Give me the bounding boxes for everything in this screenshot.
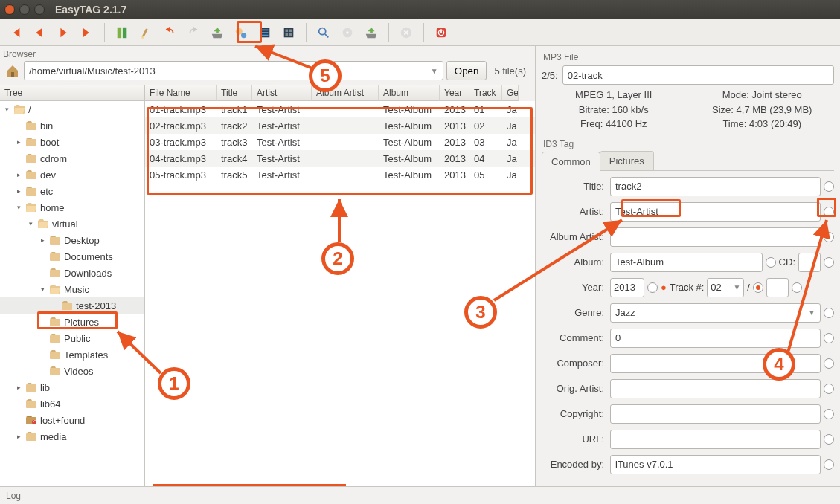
- column-header[interactable]: Artist: [252, 85, 312, 101]
- stop-button[interactable]: [397, 23, 416, 42]
- tree-expander-icon[interactable]: ▾: [27, 220, 34, 227]
- tree-row[interactable]: ▸boot: [0, 134, 144, 150]
- year-apply-all[interactable]: [647, 282, 658, 293]
- last-button[interactable]: [77, 23, 97, 42]
- artist-input[interactable]: Test-Artist: [610, 202, 821, 222]
- album-artist-apply-all[interactable]: [824, 232, 834, 242]
- redo-button[interactable]: [184, 23, 203, 42]
- column-header[interactable]: Album: [379, 85, 440, 101]
- path-dropdown-icon[interactable]: ▼: [431, 67, 438, 75]
- tree-row[interactable]: ▸lib: [0, 379, 144, 395]
- table-row[interactable]: 04-track.mp3track4Test-ArtistTest-Album2…: [145, 150, 535, 167]
- tree-row[interactable]: ▾virtual: [0, 216, 144, 232]
- tree-expander-icon[interactable]: ▸: [39, 236, 46, 244]
- orig-artist-apply-all[interactable]: [824, 384, 834, 394]
- tree-row[interactable]: Pictures: [0, 314, 144, 330]
- url-input[interactable]: [610, 430, 821, 449]
- album-input[interactable]: Test-Album: [610, 253, 763, 272]
- cddb-button[interactable]: [231, 23, 251, 42]
- tree-expander-icon[interactable]: ▾: [39, 285, 46, 293]
- tree-expander-icon[interactable]: ▸: [15, 187, 22, 195]
- tree-row[interactable]: ▸media: [0, 428, 144, 445]
- album-artist-input[interactable]: [610, 227, 821, 247]
- tree-expander-icon[interactable]: ▾: [15, 204, 22, 211]
- tree-expander-icon[interactable]: ▸: [15, 138, 22, 146]
- file-list-body[interactable]: 01-track.mp3track1Test-ArtistTest-Album2…: [145, 101, 535, 486]
- tree-row[interactable]: Videos: [0, 363, 144, 379]
- window-close-button[interactable]: [4, 4, 15, 15]
- comment-input[interactable]: 0: [610, 329, 821, 348]
- title-input[interactable]: track2: [610, 177, 821, 196]
- title-apply-all[interactable]: [824, 181, 834, 192]
- tree-header[interactable]: Tree: [0, 85, 144, 101]
- cd-apply-all[interactable]: [824, 257, 834, 268]
- tree-expander-icon[interactable]: ▾: [3, 106, 10, 113]
- quit-button[interactable]: [432, 23, 451, 42]
- tab-pictures[interactable]: Pictures: [600, 151, 654, 170]
- tree-row[interactable]: ▸Desktop: [0, 232, 144, 248]
- url-apply-all[interactable]: [824, 434, 834, 445]
- tree-body[interactable]: ▾/bin▸bootcdrom▸dev▸etc▾home▾virtual▸Des…: [0, 101, 144, 486]
- tree-expander-icon[interactable]: ▸: [15, 384, 22, 391]
- track-apply-all[interactable]: [792, 282, 802, 293]
- copyright-apply-all[interactable]: [824, 409, 834, 419]
- first-button[interactable]: [6, 23, 25, 42]
- write-playlist-button[interactable]: [362, 23, 381, 42]
- tree-row[interactable]: ▾home: [0, 199, 144, 216]
- prev-button[interactable]: [30, 23, 49, 42]
- tree-expander-icon[interactable]: ▸: [15, 171, 22, 178]
- save-button[interactable]: [208, 23, 227, 42]
- path-input[interactable]: /home/virtual/Music/test-2013 ▼: [24, 61, 443, 80]
- view-list-button[interactable]: [255, 23, 275, 42]
- tree-row[interactable]: ▸etc: [0, 183, 144, 199]
- tree-row[interactable]: ▸dev: [0, 167, 144, 183]
- next-button[interactable]: [54, 23, 73, 42]
- view-grid-button[interactable]: [279, 23, 298, 42]
- tree-row[interactable]: Downloads: [0, 265, 144, 281]
- list-scrollbar[interactable]: [153, 484, 346, 486]
- scan-button[interactable]: [112, 23, 132, 42]
- clear-button[interactable]: [136, 23, 156, 42]
- tree-row[interactable]: lost+found: [0, 412, 144, 428]
- table-row[interactable]: 03-track.mp3track3Test-ArtistTest-Album2…: [145, 134, 535, 150]
- track-auto[interactable]: [753, 282, 763, 293]
- column-header[interactable]: Year: [440, 85, 469, 101]
- tree-row[interactable]: Public: [0, 330, 144, 346]
- track-total-input[interactable]: [766, 278, 789, 297]
- tree-row[interactable]: ▾/: [0, 101, 144, 117]
- composer-apply-all[interactable]: [824, 358, 834, 369]
- open-button[interactable]: Open: [446, 61, 487, 80]
- tree-row[interactable]: lib64: [0, 395, 144, 412]
- window-maximize-button[interactable]: [34, 4, 45, 15]
- comment-apply-all[interactable]: [824, 333, 834, 343]
- table-row[interactable]: 02-track.mp3track2Test-ArtistTest-Album2…: [145, 117, 535, 134]
- tree-row[interactable]: ▾Music: [0, 281, 144, 297]
- undo-button[interactable]: [160, 23, 179, 42]
- window-minimize-button[interactable]: [19, 4, 30, 15]
- tree-expander-icon[interactable]: ▸: [15, 433, 22, 440]
- tree-row[interactable]: test-2013: [0, 297, 144, 314]
- encoded-by-input[interactable]: iTunes v7.0.1: [610, 455, 821, 474]
- cd-input[interactable]: [798, 253, 821, 272]
- tree-row[interactable]: Templates: [0, 346, 144, 363]
- genre-combo[interactable]: Jazz▼: [610, 303, 821, 323]
- cddb-disc-button[interactable]: [338, 23, 357, 42]
- tree-row[interactable]: cdrom: [0, 150, 144, 167]
- column-header[interactable]: Album Artist: [312, 85, 379, 101]
- encoded-by-apply-all[interactable]: [824, 459, 834, 470]
- column-header[interactable]: Track: [469, 85, 502, 101]
- copyright-input[interactable]: [610, 404, 821, 424]
- tree-row[interactable]: Documents: [0, 248, 144, 265]
- tab-common[interactable]: Common: [542, 152, 600, 171]
- year-input[interactable]: 2013: [610, 278, 644, 297]
- artist-apply-all[interactable]: [824, 207, 834, 217]
- table-row[interactable]: 05-track.mp3track5Test-ArtistTest-Album2…: [145, 167, 535, 183]
- column-header[interactable]: File Name: [145, 85, 217, 101]
- orig-artist-input[interactable]: [610, 379, 821, 398]
- column-header[interactable]: Ge: [502, 85, 519, 101]
- search-button[interactable]: [314, 23, 333, 42]
- composer-input[interactable]: [610, 354, 821, 373]
- table-row[interactable]: 01-track.mp3track1Test-ArtistTest-Album2…: [145, 101, 535, 117]
- album-apply-all[interactable]: [766, 257, 776, 268]
- track-number-input[interactable]: 02▼: [707, 278, 744, 297]
